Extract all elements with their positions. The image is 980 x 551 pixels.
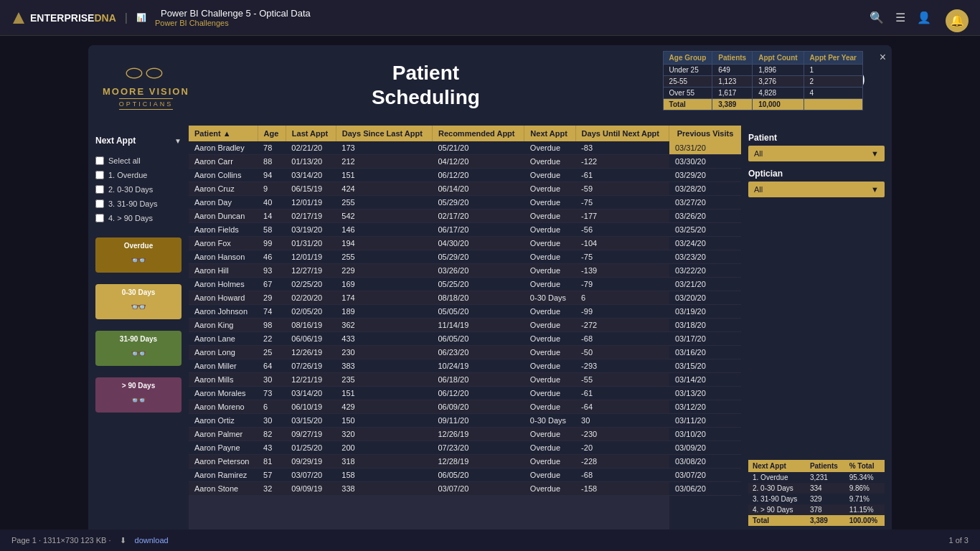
table-cell: Overdue [524, 373, 575, 387]
summary-table-section: Next Appt Patients % Total 1. Overdue3,2… [748, 460, 885, 526]
table-row[interactable]: Aaron Duncan1402/17/1954202/17/20Overdue… [189, 209, 669, 223]
left-sidebar: Next Appt ▼ Select all1. Overdue2. 0-30 … [88, 126, 189, 533]
previous-visit-item[interactable]: 03/08/20 [669, 455, 741, 468]
table-cell: -99 [575, 305, 669, 319]
age-table-cell: 4 [804, 88, 862, 99]
search-icon[interactable]: 🔍 [870, 11, 884, 24]
previous-visit-item[interactable]: 03/09/20 [669, 441, 741, 455]
previous-visit-item[interactable]: 03/22/20 [669, 264, 741, 278]
table-cell: 64 [258, 359, 286, 373]
table-row[interactable]: Aaron Collins9403/14/2015106/12/20Overdu… [189, 169, 669, 182]
previous-visit-item[interactable]: 03/16/20 [669, 346, 741, 359]
previous-visit-item[interactable]: 03/11/20 [669, 414, 741, 428]
previous-visits-list[interactable]: 03/31/2003/30/2003/29/2003/28/2003/27/20… [669, 141, 741, 533]
patient-col[interactable]: Patient ▲ [189, 126, 258, 141]
table-row[interactable]: Aaron Ramirez5703/07/2015806/05/20Overdu… [189, 468, 669, 482]
user-icon[interactable]: 👤 [917, 11, 931, 24]
previous-visit-item[interactable]: 03/31/20 [669, 141, 741, 155]
filter-overdue: 1. Overdue [95, 171, 182, 179]
previous-visit-item[interactable]: 03/26/20 [669, 209, 741, 223]
table-row[interactable]: Aaron Lane2206/06/1943306/05/20Overdue-6… [189, 332, 669, 346]
bottom-bar: Page 1 · 1311×730 123 KB · ⬇ download 1 … [0, 529, 980, 551]
table-row[interactable]: Aaron Morales7303/14/2015106/12/20Overdu… [189, 387, 669, 400]
download-icon: ⬇ [120, 536, 126, 545]
previous-visit-item[interactable]: 03/12/20 [669, 400, 741, 414]
table-row[interactable]: Aaron Peterson8109/29/1931812/28/19Overd… [189, 455, 669, 468]
previous-visit-item[interactable]: 03/28/20 [669, 182, 741, 196]
days-31-90-card[interactable]: 31-90 Days 👓 [95, 331, 182, 366]
previous-visit-item[interactable]: 03/18/20 [669, 319, 741, 332]
table-row[interactable]: Aaron Holmes6702/25/2016905/25/20Overdue… [189, 278, 669, 291]
previous-visit-item[interactable]: 03/07/20 [669, 468, 741, 482]
table-row[interactable]: Aaron Long2512/26/1923006/23/20Overdue-5… [189, 346, 669, 359]
days-since-col[interactable]: Days Since Last Appt [336, 126, 432, 141]
table-cell: Overdue [524, 196, 575, 209]
previous-visit-item[interactable]: 03/20/20 [669, 291, 741, 305]
previous-visit-item[interactable]: 03/15/20 [669, 359, 741, 373]
days-until-col[interactable]: Days Until Next Appt [575, 126, 669, 141]
table-row[interactable]: Aaron Day4012/01/1925505/29/20Overdue-75 [189, 196, 669, 209]
previous-visit-item[interactable]: 03/25/20 [669, 223, 741, 237]
table-row[interactable]: Aaron Howard2902/20/2017408/18/200-30 Da… [189, 291, 669, 305]
table-row[interactable]: Aaron Hill9312/27/1922903/26/20Overdue-1… [189, 264, 669, 278]
data-table-wrapper[interactable]: Patient ▲ Age Last Appt Days Since Last … [189, 126, 669, 533]
optician-dropdown[interactable]: All ▼ [748, 182, 885, 197]
table-cell: 02/20/20 [286, 291, 336, 305]
previous-visit-item[interactable]: 03/14/20 [669, 373, 741, 387]
previous-visit-item[interactable]: 03/13/20 [669, 387, 741, 400]
download-link[interactable]: download [135, 536, 169, 545]
previous-visit-item[interactable]: 03/23/20 [669, 250, 741, 264]
patient-dropdown[interactable]: All ▼ [748, 146, 885, 161]
age-group-table: Age Group Patients Appt Count Appt Per Y… [663, 51, 863, 110]
table-row[interactable]: Aaron Miller6407/26/1938310/24/19Overdue… [189, 359, 669, 373]
table-cell: 9 [258, 182, 286, 196]
previous-visit-item[interactable]: 03/10/20 [669, 428, 741, 441]
previous-visit-item[interactable]: 03/17/20 [669, 332, 741, 346]
summary-row: Total3,389100.00% [748, 515, 885, 526]
days-gt90-card[interactable]: > 90 Days 👓 [95, 377, 182, 413]
previous-visit-item[interactable]: 03/30/20 [669, 155, 741, 169]
previous-visit-item[interactable]: 03/19/20 [669, 305, 741, 319]
table-row[interactable]: Aaron Stone3209/09/1933803/07/20Overdue-… [189, 482, 669, 496]
table-row[interactable]: Aaron Payne4301/25/2020007/23/20Overdue-… [189, 441, 669, 455]
previous-visits-header: Previous Visits [669, 126, 741, 141]
table-row[interactable]: Aaron Bradley7802/21/2017305/21/20Overdu… [189, 141, 669, 155]
recommended-appt-col[interactable]: Recommended Appt [432, 126, 524, 141]
patient-table-body: Aaron Bradley7802/21/2017305/21/20Overdu… [189, 141, 669, 496]
overdue-card[interactable]: Overdue 👓 [95, 237, 182, 273]
filter-checkbox-gt90[interactable] [95, 214, 104, 222]
menu-icon[interactable]: ☰ [895, 11, 905, 24]
table-row[interactable]: Aaron Johnson7402/05/2018905/05/20Overdu… [189, 305, 669, 319]
table-row[interactable]: Aaron Cruz906/15/1942406/14/20Overdue-59 [189, 182, 669, 196]
previous-visit-item[interactable]: 03/24/20 [669, 237, 741, 250]
days-0-30-card[interactable]: 0-30 Days 👓 [95, 284, 182, 319]
next-appt-dropdown-arrow[interactable]: ▼ [174, 137, 182, 145]
table-row[interactable]: Aaron Hanson4612/01/1925505/29/20Overdue… [189, 250, 669, 264]
notification-bell[interactable]: 🔔 [946, 9, 969, 32]
table-row[interactable]: Aaron Palmer8209/27/1932012/26/19Overdue… [189, 428, 669, 441]
next-appt-col[interactable]: Next Appt [524, 126, 575, 141]
age-col[interactable]: Age [258, 126, 286, 141]
table-row[interactable]: Aaron Fields5803/19/2014606/17/20Overdue… [189, 223, 669, 237]
table-row[interactable]: Aaron Ortiz3003/15/2015009/11/200-30 Day… [189, 414, 669, 428]
previous-visit-item[interactable]: 03/27/20 [669, 196, 741, 209]
table-cell: -230 [575, 428, 669, 441]
days-31-90-glasses-icon: 👓 [100, 346, 177, 362]
previous-visit-item[interactable]: 03/29/20 [669, 169, 741, 182]
previous-visit-item[interactable]: 03/06/20 [669, 482, 741, 496]
table-row[interactable]: Aaron King9808/16/1936211/14/19Overdue-2… [189, 319, 669, 332]
table-cell: 01/13/20 [286, 155, 336, 169]
table-row[interactable]: Aaron Mills3012/21/1923506/18/20Overdue-… [189, 373, 669, 387]
table-cell: 174 [336, 291, 432, 305]
table-cell: 212 [336, 155, 432, 169]
filter-checkbox-0-30[interactable] [95, 185, 104, 194]
last-appt-col[interactable]: Last Appt [286, 126, 336, 141]
filter-checkbox-select-all[interactable] [95, 156, 104, 165]
table-row[interactable]: Aaron Moreno606/10/1942906/09/20Overdue-… [189, 400, 669, 414]
filter-checkbox-31-90[interactable] [95, 199, 104, 208]
close-button[interactable]: × [880, 51, 886, 64]
filter-checkbox-overdue[interactable] [95, 171, 104, 179]
table-row[interactable]: Aaron Carr8801/13/2021204/12/20Overdue-1… [189, 155, 669, 169]
table-row[interactable]: Aaron Fox9901/31/2019404/30/20Overdue-10… [189, 237, 669, 250]
previous-visit-item[interactable]: 03/21/20 [669, 278, 741, 291]
